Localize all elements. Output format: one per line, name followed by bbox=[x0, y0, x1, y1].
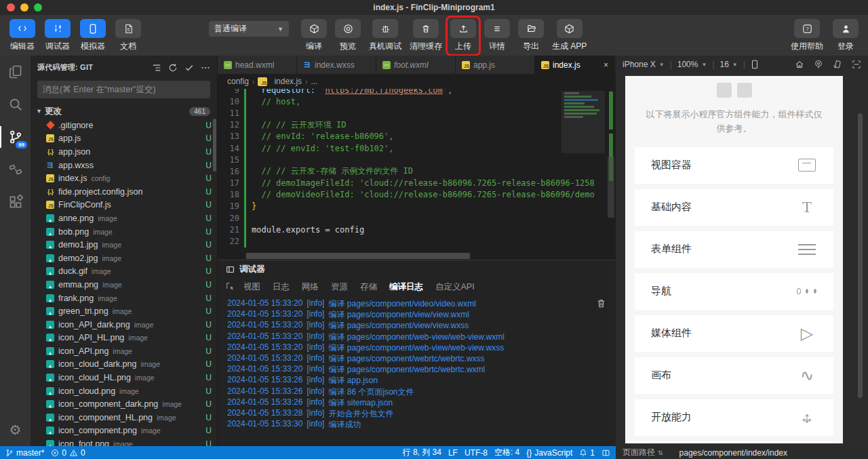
code-line[interactable]: 11 bbox=[218, 107, 616, 119]
changed-file-row[interactable]: ▲ icon_foot.png image U bbox=[31, 437, 217, 446]
sidebar-item-references[interactable] bbox=[0, 153, 31, 186]
compile-mode-dropdown[interactable]: 普通编译 ▼ bbox=[209, 21, 289, 37]
view-as-tree-icon[interactable] bbox=[152, 63, 161, 73]
file-list-scrollbar[interactable] bbox=[213, 119, 216, 172]
code-line[interactable]: 14 // // envId: 'test-f0b102', bbox=[218, 142, 616, 154]
changed-file-row[interactable]: ▲ icon_component.png image U bbox=[31, 424, 217, 438]
changed-file-row[interactable]: ▲ demo2.jpg image U bbox=[31, 252, 217, 265]
toolbar-button[interactable]: 导出 bbox=[518, 19, 544, 53]
code-line[interactable]: 19} bbox=[218, 201, 616, 212]
git-branch-status[interactable]: master* bbox=[5, 448, 44, 458]
editor-tab[interactable]: ヨ index.wxss bbox=[297, 56, 376, 74]
code-line[interactable]: 20 bbox=[218, 212, 616, 224]
toolbar-button[interactable]: 清理缓存 bbox=[410, 19, 442, 53]
editor-tab[interactable]: <> foot.wxml bbox=[376, 56, 456, 74]
breadcrumb-file[interactable]: index.js bbox=[274, 77, 302, 86]
simulator-scrollbar[interactable] bbox=[858, 113, 863, 398]
changed-file-row[interactable]: ▲ icon_cloud_HL.png image U bbox=[31, 371, 217, 384]
code-editor[interactable]: 9 requestUrl: 'https://mp.finogeeks.com'… bbox=[218, 89, 616, 252]
close-icon[interactable]: × bbox=[604, 60, 608, 70]
editor-tab[interactable]: JS app.js bbox=[456, 56, 535, 74]
debugger-tab[interactable]: 资源 bbox=[331, 281, 348, 293]
layout-toggle[interactable] bbox=[601, 449, 610, 457]
changed-file-row[interactable]: ▲ icon_API_HL.png image U bbox=[31, 332, 217, 345]
editor-horizontal-scrollbar[interactable] bbox=[218, 252, 616, 260]
toolbar-button[interactable]: 调试器 bbox=[45, 19, 71, 52]
code-line[interactable]: 15 bbox=[218, 154, 616, 165]
commit-message-input[interactable]: 消息(⌘ Enter 在“master”提交) bbox=[37, 81, 210, 98]
toolbar-button[interactable]: 预览 bbox=[335, 19, 361, 53]
page-path-value[interactable]: pages/component/index/index bbox=[679, 448, 787, 458]
card-partial[interactable] bbox=[635, 441, 833, 443]
toolbar-button[interactable]: 编译 bbox=[301, 19, 327, 53]
editor-scrollbar[interactable] bbox=[608, 157, 614, 218]
zoom-dropdown[interactable]: 100% ▼ bbox=[677, 60, 707, 69]
changed-file-row[interactable]: ヨ app.wxss U bbox=[31, 159, 217, 172]
device-dropdown[interactable]: iPhone X ▼ bbox=[623, 60, 665, 69]
changed-file-row[interactable]: {..} app.json U bbox=[31, 145, 217, 159]
changed-file-row[interactable]: ▲ demo1.jpg image U bbox=[31, 238, 217, 252]
code-line[interactable]: 9 requestUrl: 'https://mp.finogeeks.com'… bbox=[218, 89, 616, 96]
changed-file-row[interactable]: ▲ icon_cloud_dark.png image U bbox=[31, 358, 217, 372]
more-actions-icon[interactable] bbox=[201, 63, 210, 73]
code-line[interactable]: 22 bbox=[218, 235, 616, 247]
sidebar-item-search[interactable] bbox=[0, 88, 31, 121]
code-line[interactable]: 13 // envId: 'release-b86096', bbox=[218, 131, 616, 142]
sidebar-item-source-control[interactable]: 99 bbox=[0, 121, 31, 153]
changed-file-row[interactable]: ▲ icon_API.png image U bbox=[31, 344, 217, 358]
debugger-tab[interactable]: 自定义API bbox=[435, 281, 475, 293]
refresh-icon[interactable] bbox=[168, 63, 178, 73]
location-pin-icon[interactable] bbox=[814, 60, 823, 69]
changes-section-header[interactable]: ▼ 更改 461 bbox=[31, 104, 217, 119]
changed-file-row[interactable]: ▲ icon_API_dark.png image U bbox=[31, 318, 217, 332]
notifications-status[interactable]: 1 bbox=[579, 448, 595, 458]
breadcrumb-symbol[interactable]: ... bbox=[311, 77, 317, 86]
cursor-position[interactable]: 行 8, 列 34 bbox=[403, 447, 441, 458]
changed-file-row[interactable]: {..} fide.project.config.json U bbox=[31, 185, 217, 199]
changed-file-row[interactable]: ▲ anne.png image U bbox=[31, 212, 217, 225]
encoding-indicator[interactable]: UTF-8 bbox=[465, 448, 488, 458]
minimap[interactable] bbox=[561, 91, 605, 153]
upload-button-highlighted[interactable]: 上传 bbox=[450, 19, 476, 53]
problems-status[interactable]: 0 0 bbox=[51, 448, 85, 458]
sidebar-item-extensions[interactable] bbox=[0, 186, 31, 218]
changed-file-row[interactable]: ▲ frank.png image U bbox=[31, 292, 217, 305]
eol-indicator[interactable]: LF bbox=[448, 448, 458, 458]
changed-file-row[interactable]: JS FinClipConf.js U bbox=[31, 199, 217, 212]
component-card[interactable]: 画布 bbox=[635, 357, 833, 394]
changed-file-row[interactable]: ▲ icon_component_dark.png image U bbox=[31, 397, 217, 411]
changed-file-row[interactable]: ▲ bob.png image U bbox=[31, 225, 217, 239]
changed-file-row[interactable]: JS app.js U bbox=[31, 132, 217, 146]
changed-file-row[interactable]: ▲ icon_cloud.png image U bbox=[31, 384, 217, 398]
changed-file-row[interactable]: .gitignore U bbox=[31, 119, 217, 132]
debugger-tab[interactable]: 存储 bbox=[360, 281, 377, 293]
toolbar-button[interactable]: 登录 bbox=[833, 19, 859, 52]
inspect-cursor-icon[interactable] bbox=[226, 282, 235, 292]
changed-file-row[interactable]: ▲ emma.png image U bbox=[31, 278, 217, 292]
toolbar-button[interactable]: 文档 bbox=[115, 19, 141, 52]
changed-file-row[interactable]: ▲ green_tri.png image U bbox=[31, 304, 217, 318]
home-icon[interactable] bbox=[795, 60, 804, 69]
settings-button[interactable]: ⚙ bbox=[0, 414, 31, 446]
toolbar-button[interactable]: 详情 bbox=[484, 19, 510, 53]
editor-tab[interactable]: <> head.wxml bbox=[218, 56, 297, 74]
breadcrumb-folder[interactable]: config bbox=[227, 77, 249, 86]
debugger-tab[interactable]: 网络 bbox=[302, 281, 319, 293]
debugger-tab[interactable]: 视图 bbox=[243, 281, 260, 293]
code-line[interactable]: 12 // // 云开发环境 ID bbox=[218, 119, 616, 131]
fontsize-dropdown[interactable]: 16 ▼ bbox=[720, 60, 738, 69]
code-line[interactable]: 21module.exports = config bbox=[218, 224, 616, 235]
language-indicator[interactable]: {} JavaScript bbox=[526, 448, 572, 458]
toolbar-button[interactable]: 模拟器 bbox=[80, 19, 106, 52]
toolbar-button[interactable]: ? 使用帮助 bbox=[791, 19, 823, 52]
component-card[interactable]: 基础内容 bbox=[635, 189, 833, 226]
changed-file-row[interactable]: JS index.js config U bbox=[31, 172, 217, 185]
clear-logs-icon[interactable] bbox=[596, 298, 606, 308]
changed-file-row[interactable]: ▲ icon_component_HL.png image U bbox=[31, 411, 217, 424]
code-line[interactable]: 16 // // 云开发-存储 示例文件的文件 ID bbox=[218, 165, 616, 177]
toolbar-button[interactable]: 生成 APP bbox=[552, 19, 587, 53]
changed-file-row[interactable]: ▲ duck.gif image U bbox=[31, 265, 217, 279]
toolbar-button[interactable]: 真机调试 bbox=[369, 19, 401, 53]
device-frame-icon[interactable] bbox=[751, 60, 759, 69]
component-card[interactable]: 开放能力 bbox=[635, 399, 833, 436]
